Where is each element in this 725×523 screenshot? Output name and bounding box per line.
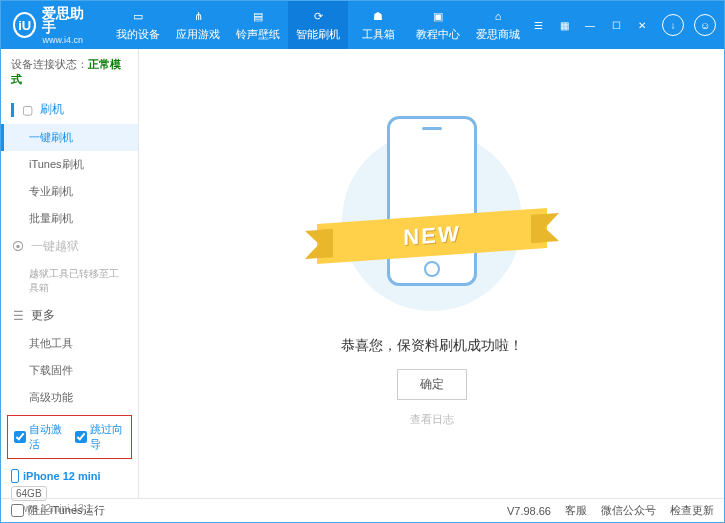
nav-wallpaper[interactable]: ▤铃声壁纸 xyxy=(228,1,288,49)
phone-icon: ▭ xyxy=(130,8,146,24)
toolbox-icon: ☗ xyxy=(370,8,386,24)
skin-icon[interactable]: ▦ xyxy=(554,15,574,35)
titlebar: iU 爱思助手 www.i4.cn ▭我的设备⋔应用游戏▤铃声壁纸⟳智能刷机☗工… xyxy=(1,1,724,49)
checkbox-block-itunes[interactable]: 阻止iTunes运行 xyxy=(11,503,105,518)
app-url: www.i4.cn xyxy=(42,36,92,45)
phone-icon: ▢ xyxy=(20,103,34,117)
device-icon xyxy=(11,469,19,483)
top-nav: ▭我的设备⋔应用游戏▤铃声壁纸⟳智能刷机☗工具箱▣教程中心⌂爱思商城 xyxy=(108,1,528,49)
maximize-icon[interactable]: ☐ xyxy=(606,15,626,35)
section-flash[interactable]: ▢ 刷机 xyxy=(1,95,138,124)
version-label: V7.98.66 xyxy=(507,505,551,517)
lock-icon: ⦿ xyxy=(11,240,25,254)
nav-flash[interactable]: ⟳智能刷机 xyxy=(288,1,348,49)
apps-icon: ⋔ xyxy=(190,8,206,24)
minimize-icon[interactable]: — xyxy=(580,15,600,35)
nav-apps[interactable]: ⋔应用游戏 xyxy=(168,1,228,49)
nav-toolbox[interactable]: ☗工具箱 xyxy=(348,1,408,49)
nav-phone[interactable]: ▭我的设备 xyxy=(108,1,168,49)
sidebar-item-other-tools[interactable]: 其他工具 xyxy=(1,330,138,357)
sidebar-item-pro-flash[interactable]: 专业刷机 xyxy=(1,178,138,205)
view-log-link[interactable]: 查看日志 xyxy=(410,412,454,427)
ok-button[interactable]: 确定 xyxy=(397,369,467,400)
close-icon[interactable]: ✕ xyxy=(632,15,652,35)
section-jailbreak: ⦿ 一键越狱 xyxy=(1,232,138,261)
wechat-link[interactable]: 微信公众号 xyxy=(601,503,656,518)
logo-icon: iU xyxy=(13,12,36,38)
success-message: 恭喜您，保资料刷机成功啦！ xyxy=(341,337,523,355)
settings-icon[interactable]: ☰ xyxy=(528,15,548,35)
app-logo: iU 爱思助手 www.i4.cn xyxy=(9,6,92,45)
status-bar: 阻止iTunes运行 V7.98.66 客服 微信公众号 检查更新 xyxy=(1,498,724,522)
section-more[interactable]: ☰ 更多 xyxy=(1,301,138,330)
main-content: NEW 恭喜您，保资料刷机成功啦！ 确定 查看日志 xyxy=(139,49,724,498)
phone-icon xyxy=(387,116,477,286)
sidebar: 设备连接状态：正常模式 ▢ 刷机 一键刷机 iTunes刷机 专业刷机 批量刷机… xyxy=(1,49,139,498)
tutorial-icon: ▣ xyxy=(430,8,446,24)
check-update-link[interactable]: 检查更新 xyxy=(670,503,714,518)
checkbox-skip-setup[interactable]: 跳过向导 xyxy=(75,422,126,452)
success-illustration: NEW xyxy=(322,121,542,321)
checkbox-auto-activate[interactable]: 自动激活 xyxy=(14,422,65,452)
flash-icon: ⟳ xyxy=(310,8,326,24)
sidebar-item-oneclick-flash[interactable]: 一键刷机 xyxy=(1,124,138,151)
sidebar-item-itunes-flash[interactable]: iTunes刷机 xyxy=(1,151,138,178)
user-icon[interactable]: ☺ xyxy=(694,14,716,36)
nav-store[interactable]: ⌂爱思商城 xyxy=(468,1,528,49)
device-status: 设备连接状态：正常模式 xyxy=(1,49,138,95)
window-controls: ☰ ▦ — ☐ ✕ ↓ ☺ xyxy=(528,14,716,36)
menu-icon: ☰ xyxy=(11,309,25,323)
sidebar-item-download-fw[interactable]: 下载固件 xyxy=(1,357,138,384)
wallpaper-icon: ▤ xyxy=(250,8,266,24)
store-icon: ⌂ xyxy=(490,8,506,24)
options-box: 自动激活 跳过向导 xyxy=(7,415,132,459)
sidebar-item-advanced[interactable]: 高级功能 xyxy=(1,384,138,411)
jailbreak-note: 越狱工具已转移至工具箱 xyxy=(1,261,138,301)
nav-tutorial[interactable]: ▣教程中心 xyxy=(408,1,468,49)
app-title: 爱思助手 xyxy=(42,6,92,34)
download-icon[interactable]: ↓ xyxy=(662,14,684,36)
support-link[interactable]: 客服 xyxy=(565,503,587,518)
sidebar-item-batch-flash[interactable]: 批量刷机 xyxy=(1,205,138,232)
